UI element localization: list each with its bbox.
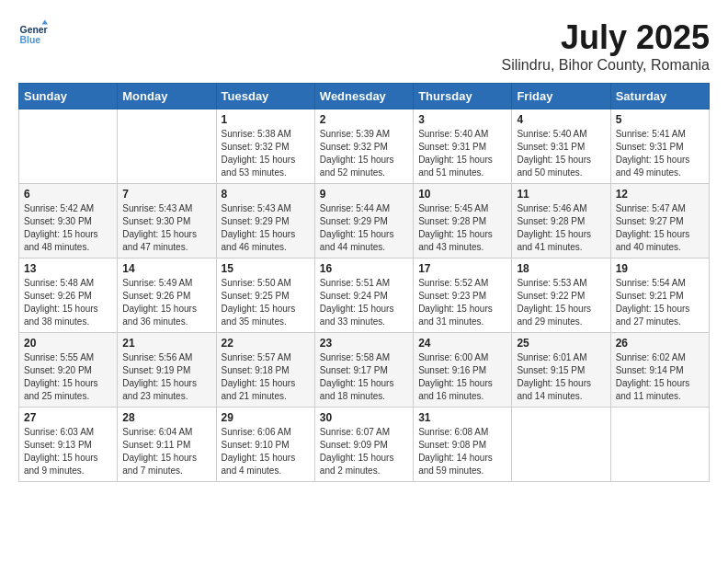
day-number: 28 <box>122 411 210 424</box>
logo: General Blue <box>18 18 48 48</box>
weekday-header-friday: Friday <box>512 84 610 109</box>
calendar-cell: 4Sunrise: 5:40 AMSunset: 9:31 PMDaylight… <box>512 109 610 184</box>
calendar-header-row: SundayMondayTuesdayWednesdayThursdayFrid… <box>19 84 710 109</box>
weekday-header-monday: Monday <box>118 84 216 109</box>
weekday-header-thursday: Thursday <box>414 84 512 109</box>
calendar-cell: 16Sunrise: 5:51 AMSunset: 9:24 PMDayligh… <box>314 259 413 333</box>
day-number: 12 <box>616 188 704 201</box>
weekday-header-sunday: Sunday <box>19 84 118 109</box>
location-subtitle: Silindru, Bihor County, Romania <box>502 57 710 74</box>
day-info: Sunrise: 5:56 AMSunset: 9:19 PMDaylight:… <box>122 351 210 403</box>
svg-text:General: General <box>20 25 48 35</box>
day-number: 29 <box>222 411 310 424</box>
day-info: Sunrise: 5:43 AMSunset: 9:29 PMDaylight:… <box>222 202 310 254</box>
day-number: 23 <box>320 337 408 350</box>
day-info: Sunrise: 6:01 AMSunset: 9:15 PMDaylight:… <box>517 351 605 403</box>
day-number: 6 <box>24 188 112 201</box>
calendar-cell: 30Sunrise: 6:07 AMSunset: 9:09 PMDayligh… <box>314 408 413 482</box>
day-number: 1 <box>222 113 310 126</box>
calendar-cell: 27Sunrise: 6:03 AMSunset: 9:13 PMDayligh… <box>19 408 118 482</box>
weekday-header-wednesday: Wednesday <box>314 84 413 109</box>
day-number: 7 <box>122 188 210 201</box>
day-info: Sunrise: 5:41 AMSunset: 9:31 PMDaylight:… <box>616 128 704 179</box>
day-number: 18 <box>517 262 605 275</box>
calendar-cell: 13Sunrise: 5:48 AMSunset: 9:26 PMDayligh… <box>19 259 118 333</box>
day-number: 5 <box>616 113 704 126</box>
calendar-cell <box>19 109 118 184</box>
day-info: Sunrise: 6:02 AMSunset: 9:14 PMDaylight:… <box>616 351 704 403</box>
calendar-cell: 22Sunrise: 5:57 AMSunset: 9:18 PMDayligh… <box>216 333 314 408</box>
day-number: 17 <box>418 262 506 275</box>
day-info: Sunrise: 5:58 AMSunset: 9:17 PMDaylight:… <box>320 351 408 403</box>
calendar-week-row: 20Sunrise: 5:55 AMSunset: 9:20 PMDayligh… <box>19 333 710 408</box>
calendar-cell: 9Sunrise: 5:44 AMSunset: 9:29 PMDaylight… <box>314 184 413 259</box>
day-number: 3 <box>418 113 506 126</box>
day-info: Sunrise: 5:51 AMSunset: 9:24 PMDaylight:… <box>320 277 408 328</box>
day-number: 19 <box>616 262 704 275</box>
logo-icon: General Blue <box>18 18 48 48</box>
day-info: Sunrise: 5:52 AMSunset: 9:23 PMDaylight:… <box>418 277 506 328</box>
day-number: 24 <box>418 337 506 350</box>
calendar-cell: 25Sunrise: 6:01 AMSunset: 9:15 PMDayligh… <box>512 333 610 408</box>
day-number: 25 <box>517 337 605 350</box>
calendar-cell: 10Sunrise: 5:45 AMSunset: 9:28 PMDayligh… <box>414 184 512 259</box>
title-area: July 2025 Silindru, Bihor County, Romani… <box>502 18 710 74</box>
weekday-header-saturday: Saturday <box>610 84 709 109</box>
calendar-cell: 20Sunrise: 5:55 AMSunset: 9:20 PMDayligh… <box>19 333 118 408</box>
day-info: Sunrise: 5:46 AMSunset: 9:28 PMDaylight:… <box>517 202 605 254</box>
calendar-cell: 15Sunrise: 5:50 AMSunset: 9:25 PMDayligh… <box>216 259 314 333</box>
day-info: Sunrise: 5:54 AMSunset: 9:21 PMDaylight:… <box>616 277 704 328</box>
day-info: Sunrise: 5:55 AMSunset: 9:20 PMDaylight:… <box>24 351 112 403</box>
calendar-cell <box>118 109 216 184</box>
day-number: 15 <box>222 262 310 275</box>
day-info: Sunrise: 5:48 AMSunset: 9:26 PMDaylight:… <box>24 277 112 328</box>
svg-text:Blue: Blue <box>20 35 41 45</box>
day-number: 26 <box>616 337 704 350</box>
day-number: 16 <box>320 262 408 275</box>
calendar-cell: 28Sunrise: 6:04 AMSunset: 9:11 PMDayligh… <box>118 408 216 482</box>
calendar-week-row: 6Sunrise: 5:42 AMSunset: 9:30 PMDaylight… <box>19 184 710 259</box>
calendar-cell: 14Sunrise: 5:49 AMSunset: 9:26 PMDayligh… <box>118 259 216 333</box>
calendar-cell: 26Sunrise: 6:02 AMSunset: 9:14 PMDayligh… <box>610 333 709 408</box>
calendar-cell: 18Sunrise: 5:53 AMSunset: 9:22 PMDayligh… <box>512 259 610 333</box>
day-number: 11 <box>517 188 605 201</box>
day-number: 13 <box>24 262 112 275</box>
day-info: Sunrise: 5:45 AMSunset: 9:28 PMDaylight:… <box>418 202 506 254</box>
day-info: Sunrise: 5:50 AMSunset: 9:25 PMDaylight:… <box>222 277 310 328</box>
day-info: Sunrise: 6:08 AMSunset: 9:08 PMDaylight:… <box>418 426 506 477</box>
calendar-cell: 12Sunrise: 5:47 AMSunset: 9:27 PMDayligh… <box>610 184 709 259</box>
day-info: Sunrise: 5:42 AMSunset: 9:30 PMDaylight:… <box>24 202 112 254</box>
calendar-cell: 31Sunrise: 6:08 AMSunset: 9:08 PMDayligh… <box>414 408 512 482</box>
day-info: Sunrise: 6:06 AMSunset: 9:10 PMDaylight:… <box>222 426 310 477</box>
day-number: 2 <box>320 113 408 126</box>
day-number: 21 <box>122 337 210 350</box>
day-info: Sunrise: 5:39 AMSunset: 9:32 PMDaylight:… <box>320 128 408 179</box>
calendar-cell: 23Sunrise: 5:58 AMSunset: 9:17 PMDayligh… <box>314 333 413 408</box>
page-header: General Blue July 2025 Silindru, Bihor C… <box>18 18 710 74</box>
day-number: 27 <box>24 411 112 424</box>
day-info: Sunrise: 6:00 AMSunset: 9:16 PMDaylight:… <box>418 351 506 403</box>
day-number: 20 <box>24 337 112 350</box>
calendar-week-row: 1Sunrise: 5:38 AMSunset: 9:32 PMDaylight… <box>19 109 710 184</box>
calendar-cell: 2Sunrise: 5:39 AMSunset: 9:32 PMDaylight… <box>314 109 413 184</box>
calendar-cell <box>610 408 709 482</box>
day-info: Sunrise: 6:03 AMSunset: 9:13 PMDaylight:… <box>24 426 112 477</box>
day-info: Sunrise: 5:38 AMSunset: 9:32 PMDaylight:… <box>222 128 310 179</box>
calendar-cell: 7Sunrise: 5:43 AMSunset: 9:30 PMDaylight… <box>118 184 216 259</box>
calendar-cell: 24Sunrise: 6:00 AMSunset: 9:16 PMDayligh… <box>414 333 512 408</box>
day-number: 30 <box>320 411 408 424</box>
calendar-week-row: 13Sunrise: 5:48 AMSunset: 9:26 PMDayligh… <box>19 259 710 333</box>
day-info: Sunrise: 5:57 AMSunset: 9:18 PMDaylight:… <box>222 351 310 403</box>
day-number: 9 <box>320 188 408 201</box>
day-info: Sunrise: 5:44 AMSunset: 9:29 PMDaylight:… <box>320 202 408 254</box>
day-info: Sunrise: 5:49 AMSunset: 9:26 PMDaylight:… <box>122 277 210 328</box>
calendar-cell: 8Sunrise: 5:43 AMSunset: 9:29 PMDaylight… <box>216 184 314 259</box>
day-info: Sunrise: 6:07 AMSunset: 9:09 PMDaylight:… <box>320 426 408 477</box>
weekday-header-tuesday: Tuesday <box>216 84 314 109</box>
svg-marker-2 <box>42 20 48 25</box>
calendar-cell: 5Sunrise: 5:41 AMSunset: 9:31 PMDaylight… <box>610 109 709 184</box>
calendar-cell: 6Sunrise: 5:42 AMSunset: 9:30 PMDaylight… <box>19 184 118 259</box>
calendar-table: SundayMondayTuesdayWednesdayThursdayFrid… <box>18 83 710 482</box>
calendar-cell: 1Sunrise: 5:38 AMSunset: 9:32 PMDaylight… <box>216 109 314 184</box>
calendar-cell: 3Sunrise: 5:40 AMSunset: 9:31 PMDaylight… <box>414 109 512 184</box>
